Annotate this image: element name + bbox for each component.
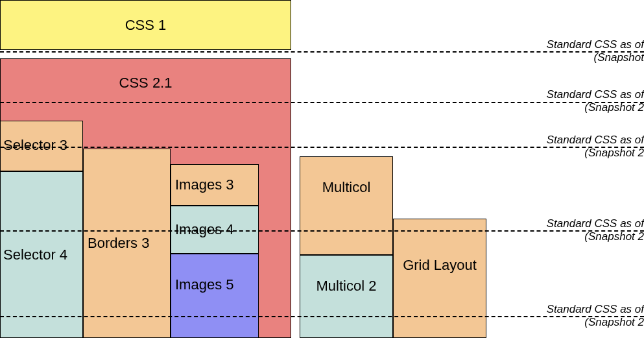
multicol2-box: Multicol 2: [300, 255, 393, 338]
snapshot-label-5a: Standard CSS as of: [534, 303, 644, 316]
snapshot-label-4b: (Snapshot 2: [534, 230, 644, 243]
snapshot-label-4: Standard CSS as of (Snapshot 2: [534, 217, 644, 244]
snapshot-label-2: Standard CSS as of (Snapshot 2: [534, 88, 644, 115]
images4-label: Images 4: [175, 221, 234, 238]
images5-label: Images 5: [175, 276, 234, 293]
selector4-box: Selector 4: [0, 171, 83, 338]
multicol-label: Multicol: [322, 179, 371, 196]
borders3-box: Borders 3: [83, 149, 171, 338]
images4-box: Images 4: [171, 206, 259, 254]
css1-label: CSS 1: [125, 17, 167, 34]
css1-box: CSS 1: [0, 0, 291, 50]
snapshot-label-2b: (Snapshot 2: [534, 101, 644, 114]
snapshot-label-1b: (Snapshot: [534, 51, 644, 64]
snapshot-label-1: Standard CSS as of (Snapshot: [534, 38, 644, 65]
snapshot-label-2a: Standard CSS as of: [534, 88, 644, 101]
snapshot-label-3b: (Snapshot 2: [534, 147, 644, 160]
snapshot-label-4a: Standard CSS as of: [534, 217, 644, 230]
images3-label: Images 3: [175, 176, 234, 193]
selector4-label: Selector 4: [3, 247, 67, 263]
snapshot-label-3: Standard CSS as of (Snapshot 2: [534, 134, 644, 160]
selector3-box: Selector 3: [0, 121, 83, 171]
snapshot-label-5b: (Snapshot 2: [534, 316, 644, 329]
multicol2-label: Multicol 2: [316, 278, 377, 295]
gridlayout-label: Grid Layout: [403, 257, 477, 274]
snapshot-label-1a: Standard CSS as of: [534, 38, 644, 51]
css21-label: CSS 2.1: [1, 75, 291, 91]
snapshot-label-3a: Standard CSS as of: [534, 134, 644, 147]
borders3-label: Borders 3: [88, 235, 149, 252]
snapshot-label-5: Standard CSS as of (Snapshot 2: [534, 303, 644, 330]
selector3-label: Selector 3: [3, 137, 67, 154]
images3-box: Images 3: [171, 164, 259, 206]
diagram-stage: CSS 1 CSS 2.1 Selector 3 Selector 4 Bord…: [0, 0, 644, 338]
multicol-box: Multicol: [300, 156, 393, 255]
gridlayout-box: Grid Layout: [393, 219, 486, 338]
images5-box: Images 5: [171, 254, 259, 338]
